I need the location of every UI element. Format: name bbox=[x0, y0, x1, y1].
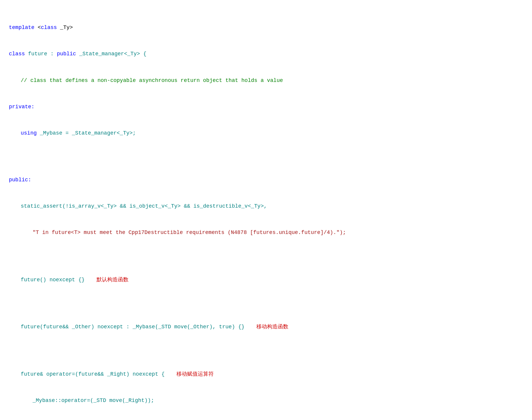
annotation-move-assign: 移动赋值运算符 bbox=[173, 370, 214, 379]
blank-3 bbox=[9, 302, 523, 305]
line-2: class future : public _State_manager<_Ty… bbox=[9, 50, 523, 59]
line-7-static-assert: static_assert(!is_array_v<_Ty> && is_obj… bbox=[9, 202, 523, 211]
line-1: template <class _Ty> bbox=[9, 23, 523, 32]
code-container: template <class _Ty> class future : publ… bbox=[9, 6, 523, 420]
line-4-private: private: bbox=[9, 103, 523, 112]
blank-2 bbox=[9, 255, 523, 258]
line-5-using: using _Mybase = _State_manager<_Ty>; bbox=[9, 129, 523, 138]
line-9-default-ctor: future() noexcept {} 默认构造函数 bbox=[9, 275, 523, 285]
line-10-move-ctor: future(future&& _Other) noexcept : _Myba… bbox=[9, 322, 523, 332]
annotation-move-ctor: 移动构造函数 bbox=[253, 322, 288, 331]
line-8-string: "T in future<T> must meet the Cpp17Destr… bbox=[9, 228, 523, 237]
keyword-template: template bbox=[9, 23, 34, 32]
annotation-default-ctor: 默认构造函数 bbox=[94, 275, 128, 284]
line-12-mybase-op: _Mybase::operator=(_STD move(_Right)); bbox=[9, 396, 523, 405]
line-3-comment: // class that defines a non-copyable asy… bbox=[9, 76, 523, 85]
line-11-move-assign: future& operator=(future&& _Right) noexc… bbox=[9, 370, 523, 379]
blank-1 bbox=[9, 155, 523, 158]
line-6-public: public: bbox=[9, 176, 523, 185]
blank-4 bbox=[9, 349, 523, 352]
